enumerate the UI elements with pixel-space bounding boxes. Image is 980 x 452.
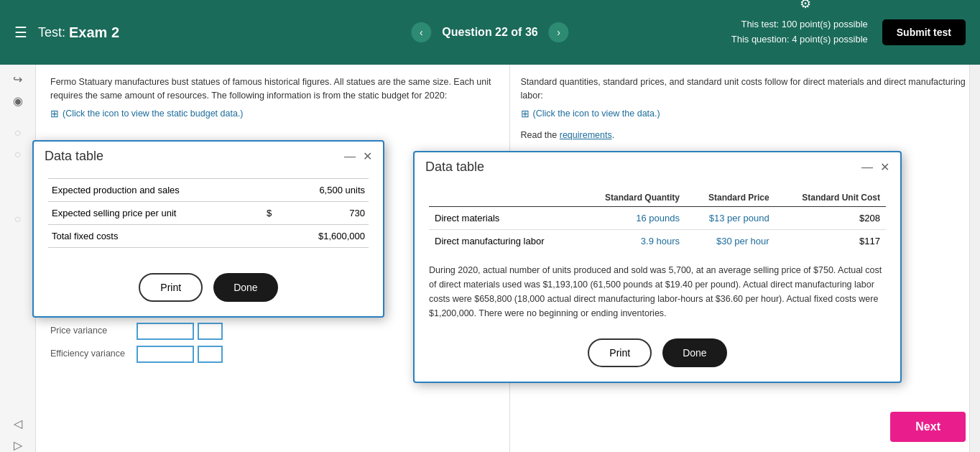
price-variance-label: Price variance [50,324,137,338]
table-icon-2: ⊞ [521,106,530,121]
labor-label: Direct manufacturing labor [429,230,579,253]
modal-left-done-button[interactable]: Done [213,273,277,302]
radio-icon[interactable]: ◉ [11,93,25,108]
data-table-modal-right: Data table — ✕ Standard Quantity Standar… [413,151,902,383]
arrow-icon[interactable]: ↪ [11,72,25,86]
test-name: Exam 2 [69,24,119,41]
read-requirements: Read the requirements. [521,129,970,142]
modal-left-footer: Print Done [34,266,383,316]
material-label: Direct materials [429,207,579,230]
data-table-modal-left: Data table — ✕ Expected production and s… [32,140,384,318]
table-row: Direct manufacturing labor 3.9 hours $30… [429,230,886,253]
efficiency-variance-input[interactable] [137,346,194,363]
col-header-cost: Standard Unit Cost [775,189,886,207]
modal-right-minimize-button[interactable]: — [861,161,873,174]
radio-icon-2[interactable]: ○ [11,126,25,140]
question-right-text: Standard quantities, standard prices, an… [521,75,970,103]
scrollbar-right [969,65,980,452]
row-label: Expected selling price per unit [48,202,263,225]
modal-left-body: Expected production and sales 6,500 unit… [34,167,383,266]
submit-test-button[interactable]: Submit test [882,19,966,45]
row-prefix: $ [263,202,282,225]
static-budget-table: Expected production and sales 6,500 unit… [48,178,369,248]
left-sidebar: ↪ ◉ ○ ○ ○ ◁ ▷ [0,65,36,452]
row-label: Expected production and sales [48,179,263,202]
row-value: 6,500 units [282,179,369,202]
price-variance-input[interactable] [137,323,194,340]
modal-left-minimize-button[interactable]: — [344,150,356,163]
efficiency-variance-input2[interactable] [198,346,223,363]
gear-icon[interactable]: ⚙ [800,0,811,11]
notes-text: During 2020, actual number of units prod… [429,263,886,320]
question-nav: ‹ Question 22 of 36 › [411,22,568,42]
table-header-row: Standard Quantity Standard Price Standar… [429,189,886,207]
table-row: Total fixed costs $1,600,000 [48,225,369,248]
modal-right-header: Data table — ✕ [415,152,900,178]
modal-left-close-button[interactable]: ✕ [363,149,372,163]
radio-icon-3[interactable]: ○ [11,147,25,162]
radio-icon-4[interactable]: ○ [11,212,25,226]
row-prefix [263,225,282,248]
col-header-qty: Standard Quantity [579,189,686,207]
next-button[interactable]: Next [890,412,966,442]
header: ☰ Test: Exam 2 ‹ Question 22 of 36 › ⚙ T… [0,0,980,65]
row-value: $1,600,000 [282,225,369,248]
modal-left-header: Data table — ✕ [34,142,383,167]
modal-right-body: Standard Quantity Standard Price Standar… [415,178,900,331]
static-budget-link[interactable]: ⊞ (Click the icon to view the static bud… [50,106,499,121]
labor-qty: 3.9 hours [579,230,686,253]
requirements-link[interactable]: requirements [560,130,612,140]
next-question-button[interactable]: › [549,22,569,42]
labor-cost: $117 [775,230,886,253]
modal-left-controls: — ✕ [344,149,372,163]
modal-right-print-button[interactable]: Print [588,338,652,367]
col-header-label [429,189,579,207]
question-left-text: Fermo Statuary manufactures bust statues… [50,75,499,103]
modal-right-title: Data table [425,160,484,175]
question-label: Question 22 of 36 [442,26,537,39]
table-row: Direct materials 16 pounds $13 per pound… [429,207,886,230]
nav-right-icon[interactable]: ▷ [11,438,25,452]
table-row: Expected production and sales 6,500 unit… [48,179,369,202]
modal-left-print-button[interactable]: Print [139,273,203,302]
prev-question-button[interactable]: ‹ [411,22,431,42]
material-price: $13 per pound [685,207,775,230]
test-info: This test: 100 point(s) possible This qu… [731,17,868,47]
row-prefix [263,179,282,202]
main-content: ↪ ◉ ○ ○ ○ ◁ ▷ Fermo Statuary manufacture… [0,65,980,452]
modal-right-done-button[interactable]: Done [662,338,726,367]
modal-right-close-button[interactable]: ✕ [880,160,889,174]
row-label: Total fixed costs [48,225,263,248]
material-cost: $208 [775,207,886,230]
standard-costs-table: Standard Quantity Standard Price Standar… [429,189,886,252]
table-icon: ⊞ [50,106,59,121]
row-value: 730 [282,202,369,225]
col-header-price: Standard Price [685,189,775,207]
labor-price: $30 per hour [685,230,775,253]
test-info-line1: This test: 100 point(s) possible [731,17,868,32]
modal-right-controls: — ✕ [861,160,889,174]
modal-right-footer: Print Done [415,331,900,382]
material-qty: 16 pounds [579,207,686,230]
table-row: Expected selling price per unit $ 730 [48,202,369,225]
menu-icon[interactable]: ☰ [14,24,27,41]
test-info-line2: This question: 4 point(s) possible [731,32,868,47]
header-right: ⚙ This test: 100 point(s) possible This … [731,17,966,47]
test-label: Test: [38,25,65,40]
nav-left-icon[interactable]: ◁ [11,416,25,430]
modal-left-title: Data table [45,149,103,164]
price-variance-input2[interactable] [198,323,223,340]
efficiency-variance-label: Efficiency variance [50,347,137,361]
data-link[interactable]: ⊞ (Click the icon to view the data.) [521,106,970,121]
